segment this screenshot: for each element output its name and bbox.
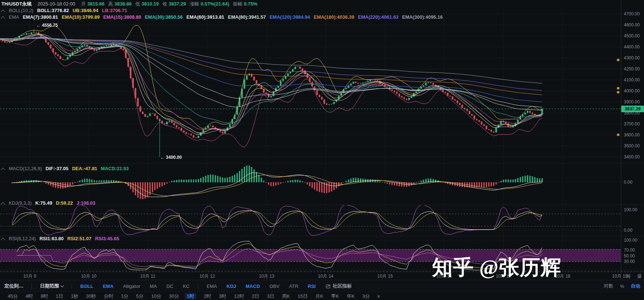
- rsi-name: RSI(6,12,24): [9, 236, 36, 242]
- price-tick: 4200.00: [624, 66, 640, 72]
- timeframe-4时[interactable]: 4时: [25, 293, 33, 299]
- date-tick: 10月 12: [200, 273, 215, 279]
- separator: [72, 283, 72, 289]
- gold-dot-marker: [617, 133, 619, 136]
- timeframe-30秒[interactable]: 30秒: [86, 293, 96, 299]
- indicator-button-atr[interactable]: ATR: [289, 283, 298, 289]
- ema-legend-row: EMA EMA(7):3800.81EMA(10):3799.89EMA(15)…: [1, 14, 443, 20]
- timeframe-8时[interactable]: 8时: [41, 293, 48, 299]
- timeframe-年K[interactable]: 年K: [347, 293, 355, 299]
- ema-value: EMA(80):3941.57: [228, 14, 266, 20]
- macd-value: MACD:21.53: [101, 166, 129, 172]
- timeframe-1日[interactable]: 1日: [56, 293, 63, 299]
- collapse-caret-icon[interactable]: [1, 202, 5, 206]
- rsi-tick: 30.00: [624, 259, 635, 264]
- indicator-button-boll[interactable]: BOLL: [80, 283, 93, 289]
- main-indicator-group: BOLLEMAAlligatorMADCKC: [76, 283, 194, 289]
- indicator-button-ma[interactable]: MA: [150, 283, 157, 289]
- corner-toggle-button[interactable]: 爆: [637, 273, 642, 279]
- timeframe-bar: 45分4时8时1日1秒30秒分时1分5分10分30分1时2时3时12时2日3日周…: [0, 292, 644, 300]
- timeframe-分时[interactable]: 分时: [104, 293, 113, 299]
- edit-icon[interactable]: [326, 284, 330, 289]
- collapse-caret-icon[interactable]: [1, 238, 5, 242]
- ema-value: EMA(7):3800.81: [23, 14, 58, 20]
- price-tick: 4000.00: [624, 88, 640, 94]
- kdj-value: D:59.22: [56, 200, 73, 206]
- rsi-value: RSI2:51.07: [67, 236, 91, 242]
- kdj-name: KDJ(9,3,3): [9, 200, 32, 206]
- timeframe-周K[interactable]: 周K: [282, 293, 290, 299]
- timeframe-1时[interactable]: 1时: [185, 293, 196, 299]
- community-indicators-button[interactable]: 社区指标: [333, 283, 352, 289]
- watermark: 知乎 @张历辉: [432, 256, 561, 279]
- kdj-tick: 0.00: [624, 228, 632, 233]
- price-tick: 4700.00: [624, 11, 640, 17]
- date-tick: 10月 10: [81, 273, 96, 279]
- scale-button[interactable]: %: [620, 283, 624, 289]
- last-price-badge: 3837.29: [621, 106, 644, 112]
- indicator-button-macd[interactable]: MACD: [246, 283, 260, 289]
- corner-toggle-button[interactable]: 筹: [626, 273, 631, 279]
- timeframe-1秒[interactable]: 1秒: [71, 293, 78, 299]
- indicator-button-kdj[interactable]: KDJ: [227, 283, 236, 289]
- timeframe-2日[interactable]: 2日: [252, 293, 259, 299]
- timeframe-12时[interactable]: 12时: [234, 293, 244, 299]
- indicator-button-rsi[interactable]: RSI: [308, 283, 316, 289]
- scale-button[interactable]: 自动: [631, 283, 640, 289]
- ohlc-field: 低3810.19: [135, 1, 159, 7]
- timeframe-15日[interactable]: 15日: [298, 293, 308, 299]
- kdj-tick: 100.00: [624, 207, 637, 212]
- separator: [198, 283, 198, 289]
- indicator-button-obv[interactable]: OBV: [270, 283, 279, 289]
- collapse-caret-icon[interactable]: [1, 16, 5, 20]
- timeframe-45分[interactable]: 45分: [8, 293, 18, 299]
- timeframe-3分[interactable]: 3分: [362, 293, 370, 299]
- ohlc-field: 振幅0.75%: [233, 1, 257, 7]
- candle-datetime: 2025-10-18 02:00: [37, 1, 75, 7]
- timeframe-30分[interactable]: 30分: [169, 293, 179, 299]
- ema-value: EMA(15):3808.80: [103, 14, 141, 20]
- timeframe-3时[interactable]: 3时: [219, 293, 226, 299]
- ohlc-field: 高3838.86: [108, 1, 132, 7]
- timeframe-季K[interactable]: 季K: [331, 293, 339, 299]
- timeframe-3日[interactable]: 3日: [267, 293, 274, 299]
- date-range-dropdown[interactable]: 日期范围: [40, 283, 63, 289]
- gold-dot-marker: [617, 91, 619, 94]
- ema-value: EMA(60):3913.81: [186, 14, 224, 20]
- collapse-caret-icon[interactable]: [1, 168, 5, 172]
- rsi-tick: 50.00: [624, 253, 635, 259]
- gold-dot-marker: [617, 59, 619, 61]
- price-annotation: ← 3400.00: [160, 155, 182, 160]
- collapse-caret-icon[interactable]: [1, 10, 5, 14]
- ohlc-field: 收3837.29: [162, 1, 186, 7]
- indicator-button-kc[interactable]: KC: [183, 283, 190, 289]
- price-annotation: ← 4556.75: [36, 23, 58, 28]
- ema-value: EMA(300):4095.16: [402, 14, 443, 20]
- indicator-button-alligator[interactable]: Alligator: [123, 283, 140, 289]
- price-tick: 4300.00: [624, 55, 640, 61]
- date-tick: 10月 15: [377, 273, 393, 279]
- price-tick: 4400.00: [624, 44, 640, 50]
- macd-values: DIF:-37.05DEA:-47.81MACD:21.53: [45, 166, 129, 172]
- kdj-legend-row: KDJ(9,3,3) K:75.49D:59.22J:108.03: [1, 200, 95, 206]
- timeframe-5分[interactable]: 5分: [136, 293, 143, 299]
- rsi-value: RSI3:45.65: [95, 236, 119, 242]
- timeframe-2时[interactable]: 2时: [204, 293, 211, 299]
- scale-buttons: 对数%自动: [604, 280, 640, 292]
- timeframe-月K[interactable]: 月K: [315, 293, 323, 299]
- scale-button[interactable]: 对数: [604, 283, 613, 289]
- locate-button[interactable]: 定位到…: [4, 283, 23, 289]
- indicator-button-dc[interactable]: DC: [167, 283, 173, 289]
- kdj-value: J:108.03: [77, 200, 95, 206]
- boll-legend-row: BOLL(10,2) BOLL:3776.82UB:3846.94LB:3706…: [1, 8, 127, 14]
- price-tick: 3600.00: [624, 132, 640, 138]
- close-icon[interactable]: ×: [377, 293, 380, 299]
- boll-name: BOLL(10,2): [9, 8, 33, 14]
- timeframe-10分[interactable]: 10分: [151, 293, 161, 299]
- timeframe-1分[interactable]: 1分: [121, 293, 128, 299]
- rsi-values: RSI1:63.80RSI2:51.07RSI3:45.65: [40, 236, 119, 242]
- indicator-button-ema[interactable]: EMA: [207, 283, 217, 289]
- date-tick: 10月 13: [259, 273, 274, 279]
- date-tick: 10月 19: [612, 273, 627, 279]
- indicator-button-ema[interactable]: EMA: [103, 283, 113, 289]
